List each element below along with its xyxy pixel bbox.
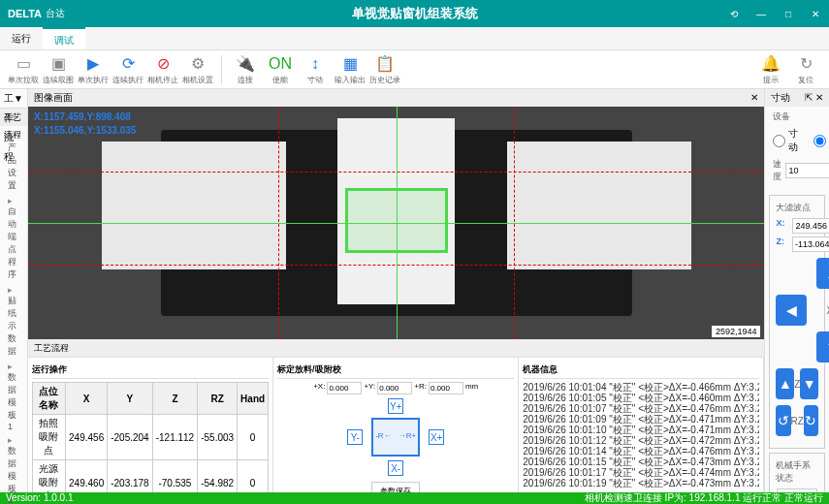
teach-field-input[interactable] (377, 382, 412, 394)
jog-x-minus-icon[interactable]: ◀ (776, 295, 807, 326)
toolbar-单次执行-button[interactable]: ▶单次执行 (76, 52, 111, 87)
连接-icon: 🔌 (236, 54, 255, 74)
tree-item[interactable]: 数据模板1 (4, 360, 23, 433)
arrow-y-plus-icon[interactable]: Y+ (388, 398, 403, 414)
log-line[interactable]: 2019/6/26 10:01:04 "校正" <校正>ΔX=-0.466mm … (523, 382, 759, 393)
toolbar-连续执行-button[interactable]: ⟳连续执行 (111, 52, 145, 87)
teach-unit: mm (465, 382, 478, 394)
log-line[interactable]: 2019/6/26 10:01:17 "校正" <校正>ΔX=-0.474mm … (523, 467, 759, 478)
toolbar-复位-button[interactable]: ↻复位 (788, 52, 823, 87)
close-icon[interactable]: ✕ (802, 0, 829, 27)
jog-z-plus-icon[interactable]: ▲ (776, 368, 794, 399)
toolbar-单次拉取-button[interactable]: ▭单次拉取 (6, 52, 41, 87)
jog-rz-minus-icon[interactable]: ↺ (776, 405, 790, 436)
state-label: 机械手系状态 (776, 459, 818, 485)
复位-icon: ↻ (796, 54, 815, 74)
table-row[interactable]: 拍照吸附点249.456-205.204-121.112-55.0030 (32, 415, 268, 460)
log-line[interactable]: 2019/6/26 10:01:14 "校正" <校正>ΔX=-0.476mm … (523, 446, 759, 457)
log-line[interactable]: 2019/6/26 10:01:19 "校正" <校正>ΔX=-0.473mm … (523, 478, 759, 488)
toolbar-提示-button[interactable]: 🔔提示 (753, 52, 788, 87)
toolbar-使能-button[interactable]: ON使能 (263, 52, 298, 87)
table-header: Hand (238, 383, 269, 415)
brand-logo: DELTA (8, 8, 42, 19)
bigstep-fieldset: 大滤波点 X:Y: Z:RZ: ▲ ◀ X,Y ▶ ▼ ▲ Z ▼ ↺ RZ ↻ (769, 195, 825, 449)
panel-log: 机器信息 2019/6/26 10:01:04 "校正" <校正>ΔX=-0.4… (519, 358, 764, 492)
table-header: 点位名称 (32, 383, 65, 415)
log-line[interactable]: 2019/6/26 10:01:12 "校正" <校正>ΔX=-0.472mm … (523, 435, 759, 446)
panel-log-title: 机器信息 (523, 362, 759, 379)
camera-view[interactable]: X:1157.459,Y:898.408 X:1155.046,Y:1533.0… (28, 107, 765, 339)
right-header-label: 寸动 (771, 89, 790, 107)
z-input[interactable] (792, 236, 829, 252)
toolbar-连续取图-button[interactable]: ▣连续取图 (41, 52, 76, 87)
overlay2: X:1155.046,Y:1533.035 (34, 124, 136, 138)
单次拉取-icon: ▭ (14, 54, 33, 74)
log-line[interactable]: 2019/6/26 10:01:05 "校正" <校正>ΔX=-0.460mm … (523, 393, 759, 403)
teach-field-label: +X: (313, 382, 325, 394)
toolbar-相机停止-button[interactable]: ⊘相机停止 (145, 52, 180, 87)
连续取图-icon: ▣ (48, 54, 68, 74)
z-label: Z: (776, 236, 784, 252)
camera-coord: 2592,1944 (712, 326, 761, 337)
teach-box: -R← →R+ (371, 418, 420, 457)
speed-label: 速度 (773, 158, 781, 183)
toolbar-连接-button[interactable]: 🔌连接 (228, 52, 263, 87)
main-tabs: 运行 调试 (0, 27, 829, 50)
panel-teach: 标定放料/吸附校 +X:+Y:+R:mm -R← →R+ Y+ X- Y- X+… (273, 358, 519, 492)
camera-close-icon[interactable]: ✕ (750, 89, 758, 107)
panel-ops: 运行操作 点位名称XYZRZHand拍照吸附点249.456-205.204-1… (28, 358, 273, 492)
jog-y-minus-icon[interactable]: ▼ (816, 331, 829, 362)
window-buttons: ⟲ — □ ✕ (720, 0, 829, 27)
jog-rz-plus-icon[interactable]: ↻ (804, 405, 818, 436)
bracket-right (507, 142, 691, 269)
tree: 产品设置自动端点程序贴纸示数据数据模板1数据模板2数据模板3设定基准资料示数结果… (0, 126, 27, 504)
x-input[interactable] (792, 218, 829, 234)
teach-field-input[interactable] (327, 382, 362, 394)
reset-icon[interactable]: ⟲ (720, 0, 748, 27)
tree-item[interactable]: 贴纸示数据 (4, 283, 23, 360)
mode-cont[interactable]: 连续 (813, 127, 829, 154)
jog-y-plus-icon[interactable]: ▲ (816, 258, 829, 289)
toolbar-寸动-button[interactable]: ↕寸动 (298, 52, 333, 87)
log-line[interactable]: 2019/6/26 10:01:07 "校正" <校正>ΔX=-0.476mm … (523, 403, 759, 414)
tree-item[interactable]: 自动端点程序 (4, 194, 23, 283)
teach-field-input[interactable] (429, 382, 463, 394)
titlebar: DELTA 台达 单视觉贴窗机组装系统 ⟲ — □ ✕ (0, 0, 829, 27)
log-list[interactable]: 2019/6/26 10:01:04 "校正" <校正>ΔX=-0.466mm … (523, 382, 759, 488)
jog-z-minus-icon[interactable]: ▼ (800, 368, 818, 399)
mode-jog[interactable]: 寸动 (773, 127, 798, 154)
tab-run[interactable]: 运行 (0, 27, 43, 49)
minimize-icon[interactable]: — (748, 0, 775, 27)
speed-input[interactable] (785, 163, 829, 178)
历史记录-icon: 📋 (375, 54, 395, 74)
overlay1: X:1157.459,Y:898.408 (34, 110, 136, 124)
pin-icon[interactable]: ⇱ ✕ (805, 89, 823, 107)
set-label: 设备 (773, 110, 802, 123)
寸动-icon: ↕ (305, 54, 325, 74)
bigstep-label: 大滤波点 (776, 202, 818, 214)
status-bar: Version: 1.0.0.1 相机检测速卫连接 IP为: 192.168.1… (0, 492, 829, 504)
toolbar-输入输出-button[interactable]: ▦输入输出 (333, 52, 367, 87)
dropdown-icon[interactable]: ▼ (14, 89, 23, 108)
toolbar-历史记录-button[interactable]: 📋历史记录 (367, 52, 402, 87)
bracket-left (102, 142, 286, 269)
camera-header-label: 图像画面 (34, 89, 73, 107)
arrow-y-minus-icon[interactable]: Y- (347, 429, 363, 445)
tab-debug[interactable]: 调试 (43, 27, 85, 49)
log-line[interactable]: 2019/6/26 10:01:15 "校正" <校正>ΔX=-0.473mm … (523, 457, 759, 467)
panel-ops-title: 运行操作 (32, 362, 269, 379)
maximize-icon[interactable]: □ (775, 0, 802, 27)
toolbar-相机设置-button[interactable]: ⚙相机设置 (180, 52, 215, 87)
log-line[interactable]: 2019/6/26 10:01:09 "校正" <校正>ΔX=-0.471mm … (523, 414, 759, 425)
state-fieldset: 机械手系状态 右手系 (769, 453, 825, 492)
table-row[interactable]: 光源吸附点249.460-203.178-70.535-54.9820 (32, 460, 268, 493)
points-table: 点位名称XYZRZHand拍照吸附点249.456-205.204-121.11… (32, 382, 269, 492)
使能-icon: ON (271, 54, 290, 74)
arrow-x-plus-icon[interactable]: X+ (429, 429, 444, 445)
teach-save-button[interactable]: 参数保存 (371, 482, 420, 492)
bottom-panels: 运行操作 点位名称XYZRZHand拍照吸附点249.456-205.204-1… (28, 357, 765, 492)
arrow-x-minus-icon[interactable]: X- (388, 460, 403, 476)
log-line[interactable]: 2019/6/26 10:01:10 "校正" <校正>ΔX=-0.471mm … (523, 425, 759, 435)
axis-xy-label: X,Y (816, 305, 829, 316)
teach-field-label: +R: (414, 382, 427, 394)
